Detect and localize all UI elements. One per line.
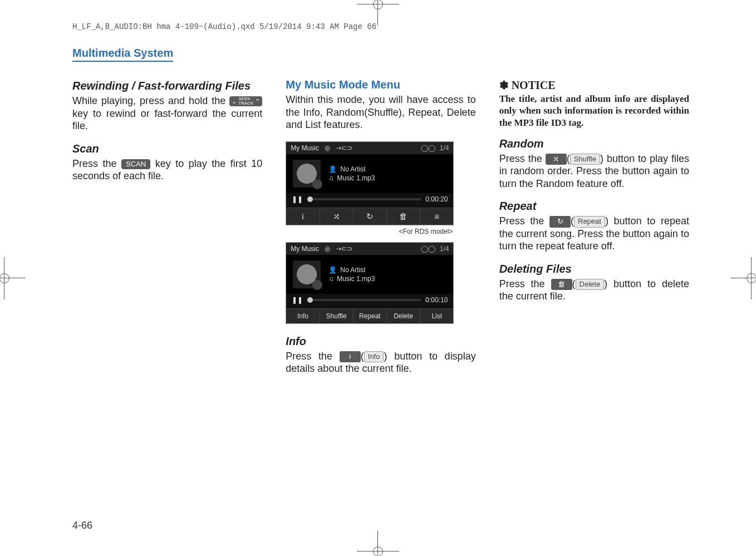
section-header: Multimedia System <box>72 47 173 62</box>
para-info: Press the i(Info) button to display deta… <box>286 350 475 375</box>
notice-body: The title, artist and album info are dis… <box>499 93 689 129</box>
signal-icon: ◯◯ <box>421 144 435 152</box>
note-icon: ♫ <box>328 174 333 182</box>
shuffle-label: Shuffle <box>570 154 600 165</box>
para-mymusic-menu: Within this mode, you will have access t… <box>286 94 475 131</box>
asterisk-icon: ✽ <box>499 79 512 91</box>
pause-icon: ❚❚ <box>292 296 303 304</box>
artist: No Artist <box>340 165 365 173</box>
text: Press the <box>72 158 121 169</box>
text: Press the <box>499 153 546 164</box>
screenshot-rds: My Music ◎ ⇢⊂⊃ ◯◯ 1/4 👤No Artist ♫Music … <box>286 141 454 225</box>
pause-icon: ❚❚ <box>292 195 303 203</box>
heading-repeat: Repeat <box>499 200 689 213</box>
repeat-icon: ↻ <box>549 216 571 227</box>
repeat-button: Repeat <box>353 309 386 323</box>
page-number: 4-66 <box>72 520 92 532</box>
artist: No Artist <box>340 266 365 274</box>
album-art-icon <box>293 160 321 188</box>
para-repeat: Press the ↻(Repeat) button to repeat the… <box>499 215 689 253</box>
para-rewinding: While playing, press and hold the ⌄ SEEK… <box>72 95 262 132</box>
heading-rewinding: Rewinding / Fast-forwarding Files <box>72 80 262 92</box>
delete-label: Delete <box>576 279 605 290</box>
progress-bar <box>307 198 421 200</box>
heading-scan: Scan <box>72 142 262 155</box>
track: Music 1.mp3 <box>337 275 375 283</box>
disc-icon: ◎ <box>325 245 330 253</box>
list-button: List <box>420 309 453 323</box>
shuffle-button: Shuffle <box>320 309 353 323</box>
heading-random: Random <box>499 137 689 150</box>
text: While playing, press and hold the <box>72 95 229 106</box>
repeat-label: Repeat <box>574 216 605 227</box>
heading-mymusic-menu: My Music Mode Menu <box>286 78 475 91</box>
button-row-icons: i ⤮ ↻ 🗑 ≡ <box>286 208 453 225</box>
info-label: Info <box>364 351 384 362</box>
counter: 1/4 <box>440 144 449 152</box>
audio-out-icon: ⇢⊂⊃ <box>336 245 352 253</box>
artist-icon: 👤 <box>328 165 337 173</box>
para-deleting: Press the 🗑(Delete) button to delete the… <box>499 278 689 303</box>
delete-button: Delete <box>386 309 420 323</box>
progress-bar <box>307 299 421 301</box>
column-2: My Music Mode Menu Within this mode, you… <box>286 74 475 385</box>
column-3: ✽ NOTICE The title, artist and album inf… <box>499 74 689 385</box>
signal-icon: ◯◯ <box>421 245 435 253</box>
caption-rds: <For RDS model> <box>286 228 453 235</box>
elapsed-time: 0:00:10 <box>425 296 448 304</box>
info-button: Info <box>286 309 319 323</box>
disc-icon: ◎ <box>325 144 330 152</box>
note-icon: ♫ <box>328 275 333 283</box>
info-icon: i <box>286 208 319 225</box>
text: Press the <box>286 351 339 362</box>
text: Press the <box>499 215 549 227</box>
notice-label: NOTICE <box>512 79 556 91</box>
shot-title: My Music <box>291 245 319 253</box>
shuffle-icon: ⤮ <box>320 208 353 225</box>
column-1: Rewinding / Fast-forwarding Files While … <box>72 74 262 385</box>
chevron-down-icon: ⌄ <box>232 99 237 105</box>
repeat-icon: ↻ <box>353 208 386 225</box>
audio-out-icon: ⇢⊂⊃ <box>336 144 352 152</box>
track: Music 1.mp3 <box>337 174 375 182</box>
notice-heading: ✽ NOTICE <box>499 78 689 92</box>
chevron-up-icon: ⌃ <box>255 99 260 105</box>
counter: 1/4 <box>440 245 449 253</box>
artist-icon: 👤 <box>328 266 337 274</box>
seek-track-key: ⌄ SEEK TRACK ⌃ <box>229 96 262 106</box>
file-header: H_LF_A,B_AUDIO:BH hma 4-109~(Audio).qxd … <box>72 22 689 31</box>
text: key to rewind or fast-forward the curren… <box>72 108 262 132</box>
button-row-labels: Info Shuffle Repeat Delete List <box>286 308 453 323</box>
text: Press the <box>499 278 551 289</box>
heading-deleting: Deleting Files <box>499 263 689 275</box>
album-art-icon <box>293 260 321 288</box>
elapsed-time: 0:00:20 <box>425 195 448 203</box>
registration-mark-icon <box>747 273 756 283</box>
info-icon: i <box>340 351 361 362</box>
trash-icon: 🗑 <box>386 208 420 225</box>
shuffle-icon: ⤮ <box>546 154 567 165</box>
registration-mark-icon <box>373 547 383 556</box>
scan-key: SCAN <box>121 159 150 169</box>
para-scan: Press the SCAN key to play the first 10 … <box>72 158 262 183</box>
seek-bot: TRACK <box>238 101 253 106</box>
trash-icon: 🗑 <box>551 279 572 290</box>
shot-title: My Music <box>291 144 319 152</box>
heading-info: Info <box>286 335 475 348</box>
list-icon: ≡ <box>420 208 453 225</box>
para-random: Press the ⤮(Shuffle) button to play file… <box>499 152 689 190</box>
screenshot-labels: My Music ◎ ⇢⊂⊃ ◯◯ 1/4 👤No Artist ♫Music … <box>286 242 454 324</box>
